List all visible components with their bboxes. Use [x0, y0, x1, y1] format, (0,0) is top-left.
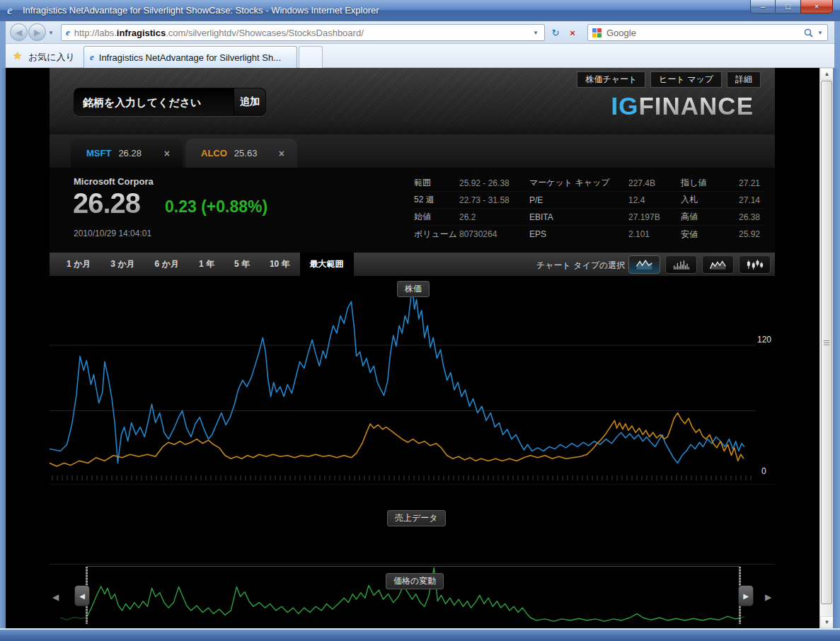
range-tab-6か月[interactable]: 6 か月	[145, 253, 189, 277]
stat-row: 入札27.14	[681, 192, 764, 209]
range-bar: 1 か月3 か月6 か月1 年5 年10 年最大範囲 チャート タイプの選択 :	[50, 252, 775, 276]
sales-data-badge: 売上データ	[387, 510, 446, 526]
symbol-input[interactable]	[74, 88, 234, 115]
sales-data-section: 売上データ	[50, 484, 775, 564]
browser-tab[interactable]: e Infragistics NetAdvantage for Silverli…	[84, 46, 297, 68]
search-box[interactable]: ▼	[587, 24, 828, 41]
scrollbar-thumb[interactable]	[821, 81, 832, 604]
stat-value: 27.21	[739, 178, 760, 188]
google-icon	[592, 28, 602, 37]
favorites-bar: ★ お気に入り e Infragistics NetAdvantage for …	[6, 44, 834, 68]
favorites-label[interactable]: お気に入り	[28, 51, 75, 64]
scroll-left-arrow[interactable]: ◀	[52, 592, 59, 602]
navigation-bar: ◀ ▶ ▼ e http://labs.infragistics.com/sil…	[6, 21, 834, 44]
current-price: 26.28	[73, 187, 140, 219]
stat-value: 22.73 - 31.58	[459, 195, 510, 205]
url-prefix: http://labs.	[74, 28, 117, 38]
range-tab-3か月[interactable]: 3 か月	[100, 253, 144, 277]
stat-row: 安値25.92	[681, 226, 764, 243]
search-input[interactable]	[606, 28, 804, 38]
range-end-handle[interactable]: ▶	[738, 585, 754, 606]
stock-tab-ALCO[interactable]: ALCO25.63×	[185, 139, 297, 168]
address-dropdown-icon[interactable]: ▼	[530, 30, 541, 36]
back-button[interactable]: ◀	[10, 23, 28, 41]
refresh-button[interactable]: ↻	[548, 24, 563, 41]
ie-icon: e	[7, 4, 20, 16]
scroll-right-arrow[interactable]: ▶	[765, 592, 771, 602]
quote-panel: Microsoft Corpora 26.28 0.23 (+0.88%) 20…	[50, 168, 775, 252]
area-chart-icon	[633, 259, 657, 270]
y-axis-label-0: 0	[761, 466, 766, 476]
range-tab-10年[interactable]: 10 年	[260, 253, 300, 277]
stat-value: 227.4B	[628, 178, 655, 188]
stat-label: 入札	[681, 194, 739, 206]
search-dropdown-icon[interactable]: ▼	[817, 30, 823, 36]
stat-label: ボリューム	[414, 229, 459, 241]
range-tab-1か月[interactable]: 1 か月	[57, 253, 100, 277]
range-tab-最大範囲[interactable]: 最大範囲	[300, 253, 354, 277]
history-dropdown-icon[interactable]: ▼	[48, 30, 54, 36]
stock-tab-price: 26.28	[118, 148, 142, 158]
scrollbar-grip	[824, 340, 829, 345]
scrollbar-down-icon[interactable]: ▼	[820, 616, 834, 628]
search-magnifier-icon[interactable]	[804, 28, 813, 37]
address-url[interactable]: http://labs.infragistics.com/silverlight…	[74, 28, 364, 38]
maximize-button[interactable]: □	[776, 0, 800, 13]
range-tabbar: 1 か月3 か月6 か月1 年5 年10 年最大範囲	[57, 253, 354, 277]
symbol-entry-box: 追加	[74, 88, 266, 116]
page-viewport: 株価チャートヒート マップ詳細 追加 IGFINANCE MSFT26.28×A…	[6, 68, 819, 628]
quote-stats-col2: マーケット キャップ227.4BP/E12.4EBITA27.197BEPS2.…	[529, 175, 692, 243]
scrollbar-up-icon[interactable]: ▲	[820, 68, 834, 80]
browser-window: e Infragistics NetAdvantage for Silverli…	[0, 0, 840, 641]
stat-label: 高値	[681, 211, 739, 223]
stock-tab-MSFT[interactable]: MSFT26.28×	[71, 139, 183, 168]
stat-label: EBITA	[529, 212, 628, 222]
stat-row: 始値26.2	[414, 209, 527, 226]
stat-label: 52 週	[414, 194, 459, 206]
page-favicon: e	[66, 27, 70, 38]
chart-type-label: チャート タイプの選択 :	[536, 260, 630, 272]
favorites-star-icon[interactable]: ★	[13, 50, 22, 62]
chart-type-area-button[interactable]	[628, 255, 660, 274]
browser-scrollbar[interactable]: ▲ ▼	[819, 68, 833, 628]
forward-button[interactable]: ▶	[28, 23, 46, 41]
window-border-bottom	[0, 628, 840, 641]
chart-type-candlestick-button[interactable]	[739, 255, 771, 274]
close-tab-icon[interactable]: ×	[164, 148, 170, 159]
stat-label: EPS	[529, 229, 628, 239]
header-nav-button[interactable]: 株価チャート	[577, 71, 645, 88]
y-axis-label-120: 120	[757, 335, 771, 345]
address-bar[interactable]: e http://labs.infragistics.com/silverlig…	[61, 24, 545, 41]
ig-finance-logo: IGFINANCE	[611, 92, 754, 120]
window-controls: – □ ×	[750, 0, 833, 13]
minimize-button[interactable]: –	[750, 0, 776, 13]
header-nav-button[interactable]: 詳細	[727, 71, 761, 88]
close-tab-icon[interactable]: ×	[279, 148, 284, 159]
url-domain: infragistics	[117, 28, 166, 38]
range-tab-5年[interactable]: 5 年	[224, 253, 260, 277]
tab-favicon: e	[90, 52, 94, 63]
stat-value: 12.4	[628, 195, 645, 205]
window-border-right	[833, 68, 840, 641]
chart-type-line-button[interactable]	[702, 255, 734, 274]
logo-ig: IG	[611, 92, 638, 120]
stat-value: 26.2	[459, 212, 476, 222]
company-name: Microsoft Corpora	[74, 176, 154, 187]
header-nav-button[interactable]: ヒート マップ	[650, 71, 722, 88]
header-nav-buttons: 株価チャートヒート マップ詳細	[577, 71, 761, 88]
stop-button[interactable]: ×	[565, 24, 580, 41]
quote-timestamp: 2010/10/29 14:04:01	[74, 229, 151, 238]
close-button[interactable]: ×	[800, 0, 833, 13]
range-start-handle[interactable]: ◀	[74, 585, 90, 606]
add-symbol-button[interactable]: 追加	[234, 88, 265, 115]
stock-tab-price: 25.63	[234, 148, 258, 158]
range-tab-1年[interactable]: 1 年	[189, 253, 224, 277]
price-change-badge: 価格の変動	[386, 573, 444, 589]
stat-label: マーケット キャップ	[529, 177, 628, 189]
stat-row: ボリューム80730264	[414, 226, 527, 243]
new-tab-stub[interactable]	[299, 46, 323, 68]
price-chart-section: 株価 120 0	[50, 276, 775, 483]
series-ALCO	[50, 413, 744, 467]
quote-stats-col3: 指し値27.21入札27.14高値26.38安値25.92	[681, 175, 764, 243]
chart-type-bars-button[interactable]	[665, 255, 697, 274]
